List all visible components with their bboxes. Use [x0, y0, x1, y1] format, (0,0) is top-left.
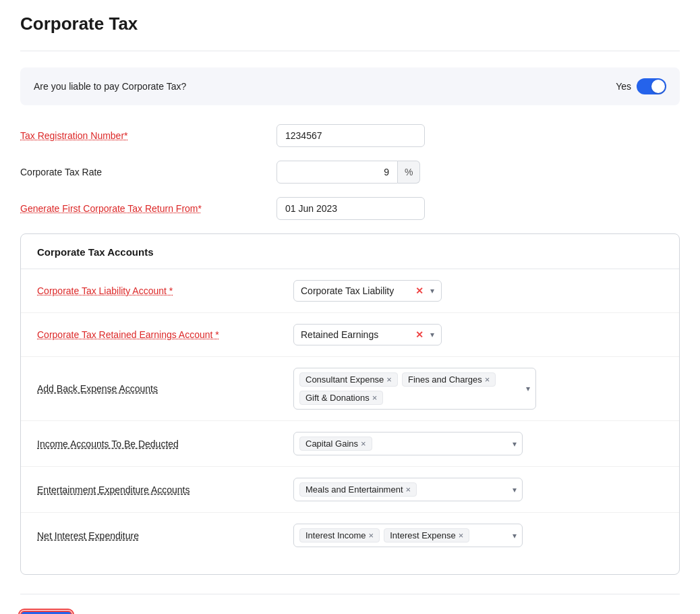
retained-earnings-chevron[interactable]: ▾ [430, 330, 434, 339]
tax-reg-input[interactable] [276, 124, 425, 147]
tag-interest-income[interactable]: Interest Income × [299, 528, 380, 542]
section-title: Corporate Tax Accounts [21, 234, 679, 269]
entertainment-exp-select[interactable]: Meals and Entertainment × ▾ [293, 478, 523, 501]
tax-rate-label: Corporate Tax Rate [20, 167, 276, 177]
net-interest-chevron[interactable]: ▾ [513, 531, 517, 540]
liable-label: Are you liable to pay Corporate Tax? [34, 81, 186, 92]
income-deducted-select[interactable]: Capital Gains × ▾ [293, 432, 523, 455]
liability-account-value: Corporate Tax Liability [301, 285, 411, 296]
retained-earnings-label: Corporate Tax Retained Earnings Account … [37, 329, 293, 340]
retained-earnings-clear[interactable]: ✕ [415, 329, 424, 340]
tag-capital-gains-label: Capital Gains [305, 439, 358, 449]
toggle-knob [651, 80, 665, 93]
tax-rate-input[interactable] [276, 161, 398, 184]
add-back-expense-select[interactable]: Consultant Expense × Fines and Charges ×… [293, 368, 536, 410]
liability-account-select[interactable]: Corporate Tax Liability ✕ ▾ [293, 280, 442, 302]
tag-fines-charges[interactable]: Fines and Charges × [402, 372, 496, 387]
top-divider [20, 51, 680, 51]
tag-capital-gains[interactable]: Capital Gains × [299, 437, 372, 451]
add-back-expense-row: Add Back Expense Accounts Consultant Exp… [21, 357, 679, 421]
generate-from-label: Generate First Corporate Tax Return From… [20, 203, 276, 214]
tag-gift-donations[interactable]: Gift & Donations × [299, 391, 383, 405]
retained-earnings-value: Retained Earnings [301, 329, 411, 340]
retained-earnings-row: Corporate Tax Retained Earnings Account … [21, 313, 679, 357]
rate-group: % [276, 161, 420, 184]
entertainment-exp-tags: Meals and Entertainment × [299, 482, 506, 497]
tag-consultant-expense[interactable]: Consultant Expense × [299, 372, 398, 387]
add-back-expense-label: Add Back Expense Accounts [37, 383, 293, 394]
tag-meals-entertainment[interactable]: Meals and Entertainment × [299, 482, 417, 497]
page-title: Corporate Tax [20, 13, 680, 34]
entertainment-exp-row: Entertainment Expenditure Accounts Meals… [21, 467, 679, 513]
tag-gift-donations-remove[interactable]: × [372, 393, 378, 403]
toggle-yes-label: Yes [616, 81, 631, 92]
net-interest-label: Net Interest Expenditure [37, 530, 293, 541]
tag-fines-charges-label: Fines and Charges [408, 374, 482, 385]
add-back-expense-tags: Consultant Expense × Fines and Charges ×… [299, 372, 519, 405]
tag-meals-entertainment-label: Meals and Entertainment [305, 484, 403, 495]
entertainment-exp-chevron[interactable]: ▾ [513, 485, 517, 495]
tag-interest-expense[interactable]: Interest Expense × [384, 528, 469, 542]
income-deducted-chevron[interactable]: ▾ [513, 439, 517, 449]
toggle-group[interactable]: Yes [616, 78, 666, 94]
tax-reg-label: Tax Registration Number* [20, 130, 276, 141]
retained-earnings-select[interactable]: Retained Earnings ✕ ▾ [293, 324, 442, 345]
net-interest-row: Net Interest Expenditure Interest Income… [21, 513, 679, 558]
tag-gift-donations-label: Gift & Donations [305, 393, 370, 403]
income-deducted-row: Income Accounts To Be Deducted Capital G… [21, 421, 679, 467]
tag-capital-gains-remove[interactable]: × [361, 439, 366, 449]
tax-rate-row: Corporate Tax Rate % [20, 161, 680, 184]
liable-row: Are you liable to pay Corporate Tax? Yes [20, 67, 680, 105]
tax-accounts-section: Corporate Tax Accounts Corporate Tax Lia… [20, 233, 680, 575]
income-deducted-label: Income Accounts To Be Deducted [37, 439, 293, 449]
tax-rate-unit: % [398, 161, 420, 184]
tag-interest-expense-remove[interactable]: × [459, 530, 464, 540]
liability-account-row: Corporate Tax Liability Account * Corpor… [21, 269, 679, 313]
tag-interest-expense-label: Interest Expense [390, 530, 456, 540]
bottom-divider [20, 594, 680, 594]
generate-from-row: Generate First Corporate Tax Return From… [20, 197, 680, 220]
tag-consultant-expense-label: Consultant Expense [305, 374, 384, 385]
add-back-expense-chevron[interactable]: ▾ [526, 384, 530, 393]
tag-interest-income-remove[interactable]: × [369, 530, 374, 540]
tag-consultant-expense-remove[interactable]: × [386, 374, 392, 385]
generate-from-input[interactable] [276, 197, 425, 220]
liability-account-chevron[interactable]: ▾ [430, 286, 434, 296]
net-interest-tags: Interest Income × Interest Expense × [299, 528, 506, 542]
save-button[interactable]: Save [20, 611, 72, 614]
entertainment-exp-label: Entertainment Expenditure Accounts [37, 484, 293, 495]
tag-interest-income-label: Interest Income [305, 530, 366, 540]
liability-account-label: Corporate Tax Liability Account * [37, 285, 293, 296]
tag-fines-charges-remove[interactable]: × [485, 374, 490, 385]
tax-reg-row: Tax Registration Number* [20, 124, 680, 147]
income-deducted-tags: Capital Gains × [299, 437, 506, 451]
net-interest-select[interactable]: Interest Income × Interest Expense × ▾ [293, 524, 523, 547]
liability-account-clear[interactable]: ✕ [415, 285, 424, 296]
liable-toggle[interactable] [637, 78, 666, 94]
tag-meals-entertainment-remove[interactable]: × [406, 484, 411, 495]
